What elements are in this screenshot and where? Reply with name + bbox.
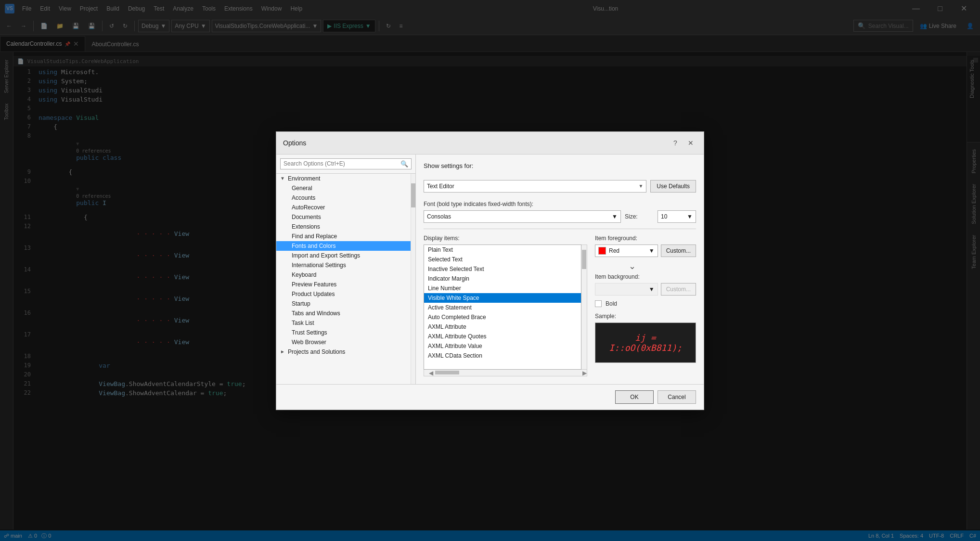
sample-label: Sample: <box>595 313 696 320</box>
expand-projects-icon: ► <box>280 349 285 354</box>
display-list[interactable]: Plain Text Selected Text Inactive Select… <box>424 245 581 370</box>
tree-item-tabs-windows[interactable]: Tabs and Windows <box>276 309 411 318</box>
dialog-search-input[interactable] <box>284 160 400 167</box>
tree-item-environment-label: Environment <box>288 175 320 182</box>
cursor-indicator: ⌄ <box>595 262 696 271</box>
section-divider <box>424 229 696 229</box>
tree-item-find-replace[interactable]: Find and Replace <box>276 232 411 241</box>
tree-item-product-updates[interactable]: Product Updates <box>276 289 411 299</box>
display-item-axml-cdata[interactable]: AXML CData Section <box>424 351 581 361</box>
size-value: 10 <box>661 213 667 220</box>
item-fg-row: Red ▼ Custom... <box>595 245 696 257</box>
sample-box: ij = I::oO(0xB811); <box>595 322 696 363</box>
font-label-row: Font (bold type indicates fixed-width fo… <box>424 200 696 207</box>
dialog-right-panel: Show settings for: Text Editor ▼ Use Def… <box>416 155 704 384</box>
tree-item-fonts-colors[interactable]: Fonts and Colors <box>276 241 411 251</box>
tree-item-preview-features-label: Preview Features <box>292 281 336 288</box>
tree-item-documents-label: Documents <box>292 214 321 220</box>
tree-item-international-label: International Settings <box>292 262 346 269</box>
dialog-body: 🔍 ▼ Environment General A <box>276 155 704 384</box>
display-item-axml-attribute-quotes[interactable]: AXML Attribute Quotes <box>424 332 581 341</box>
item-fg-custom-button[interactable]: Custom... <box>661 245 696 257</box>
dialog-close-button[interactable]: ✕ <box>684 137 697 149</box>
tree-item-keyboard[interactable]: Keyboard <box>276 270 411 280</box>
display-item-inactive-selected[interactable]: Inactive Selected Text <box>424 264 581 274</box>
dialog-search-box[interactable]: 🔍 <box>280 158 412 169</box>
dialog-tree: ▼ Environment General Accounts AutoRecov… <box>276 174 411 384</box>
dialog-search-icon: 🔍 <box>400 160 408 167</box>
item-fg-label: Item foreground: <box>595 235 696 242</box>
display-item-axml-attribute-value[interactable]: AXML Attribute Value <box>424 341 581 351</box>
tree-item-autorecover[interactable]: AutoRecover <box>276 203 411 212</box>
sample-section: Sample: ij = I::oO(0xB811); <box>595 313 696 363</box>
show-settings-control-row: Text Editor ▼ Use Defaults <box>424 180 696 193</box>
tree-item-tabs-windows-label: Tabs and Windows <box>292 310 340 317</box>
dialog-tree-scrollbar[interactable] <box>411 174 415 384</box>
item-fg-dropdown-arrow: ▼ <box>649 247 655 254</box>
display-item-line-number[interactable]: Line Number <box>424 283 581 293</box>
tree-item-trust-settings[interactable]: Trust Settings <box>276 328 411 337</box>
tree-item-documents[interactable]: Documents <box>276 212 411 222</box>
tree-item-web-browser[interactable]: Web Browser <box>276 337 411 347</box>
item-fg-dropdown[interactable]: Red ▼ <box>595 245 658 257</box>
item-bg-custom-button: Custom... <box>661 283 696 296</box>
hscroll-left-arrow[interactable]: ◀ <box>429 370 433 376</box>
tree-item-environment[interactable]: ▼ Environment <box>276 174 411 183</box>
dialog-tree-container: ▼ Environment General Accounts AutoRecov… <box>276 174 415 384</box>
cancel-button[interactable]: Cancel <box>658 390 696 404</box>
bold-checkbox[interactable] <box>595 300 602 307</box>
display-item-auto-completed-brace[interactable]: Auto Completed Brace <box>424 312 581 322</box>
hscroll-thumb <box>435 371 459 374</box>
display-items-label: Display items: <box>424 235 587 242</box>
font-row: Consolas ▼ Size: 10 ▼ <box>424 210 696 223</box>
display-item-plain-text[interactable]: Plain Text <box>424 245 581 255</box>
tree-item-preview-features[interactable]: Preview Features <box>276 280 411 289</box>
display-item-indicator-margin[interactable]: Indicator Margin <box>424 274 581 283</box>
item-bg-dropdown[interactable]: ▼ <box>595 283 658 296</box>
item-props-col: Item foreground: Red ▼ Custom... <box>595 235 696 376</box>
hscroll-right-arrow[interactable]: ▶ <box>582 370 587 376</box>
display-item-axml-attribute[interactable]: AXML Attribute <box>424 322 581 332</box>
tree-item-import-export[interactable]: Import and Export Settings <box>276 251 411 260</box>
dialog-help-button[interactable]: ? <box>669 137 682 149</box>
bold-row: Bold <box>595 300 696 307</box>
tree-item-startup[interactable]: Startup <box>276 299 411 309</box>
display-list-scrollbar[interactable] <box>581 245 587 370</box>
ok-button[interactable]: OK <box>615 390 654 404</box>
tree-item-startup-label: Startup <box>292 300 310 307</box>
tree-item-accounts[interactable]: Accounts <box>276 193 411 203</box>
tree-item-general[interactable]: General <box>276 183 411 193</box>
tree-item-find-replace-label: Find and Replace <box>292 233 337 240</box>
display-items-section: Display items: Plain Text Selected Text … <box>424 235 696 376</box>
item-bg-section: Item background: ▼ Custom... <box>595 273 696 296</box>
display-list-wrapper: Plain Text Selected Text Inactive Select… <box>424 245 587 370</box>
options-dialog: Options ? ✕ 🔍 <box>276 131 704 410</box>
item-bg-label: Item background: <box>595 273 696 280</box>
display-item-visible-white-space[interactable]: Visible White Space <box>424 293 581 303</box>
dialog-footer: OK Cancel <box>276 384 704 410</box>
tree-item-product-updates-label: Product Updates <box>292 291 335 297</box>
size-dropdown[interactable]: 10 ▼ <box>658 210 696 223</box>
tree-item-projects-solutions[interactable]: ► Projects and Solutions <box>276 347 411 357</box>
tree-item-keyboard-label: Keyboard <box>292 271 316 278</box>
item-bg-row: ▼ Custom... <box>595 283 696 296</box>
display-item-selected-text[interactable]: Selected Text <box>424 255 581 264</box>
dialog-overlay: Options ? ✕ 🔍 <box>0 0 980 541</box>
show-settings-value: Text Editor <box>427 183 454 190</box>
show-settings-row: Show settings for: <box>424 162 696 174</box>
item-bg-arrow: ▼ <box>649 286 655 293</box>
display-list-scroll-thumb <box>582 250 586 269</box>
size-label: Size: <box>625 213 654 220</box>
use-defaults-button[interactable]: Use Defaults <box>650 180 696 193</box>
font-dropdown[interactable]: Consolas ▼ <box>424 210 621 223</box>
display-item-active-statement[interactable]: Active Statement <box>424 303 581 312</box>
tree-item-extensions-label: Extensions <box>292 223 320 230</box>
tree-item-international[interactable]: International Settings <box>276 260 411 270</box>
display-list-hscrollbar[interactable]: ◀ ▶ <box>424 370 587 376</box>
tree-item-accounts-label: Accounts <box>292 194 315 201</box>
item-fg-swatch <box>598 247 606 255</box>
show-settings-label: Show settings for: <box>424 162 473 169</box>
tree-item-task-list[interactable]: Task List <box>276 318 411 328</box>
show-settings-dropdown[interactable]: Text Editor ▼ <box>424 180 646 193</box>
tree-item-extensions[interactable]: Extensions <box>276 222 411 232</box>
